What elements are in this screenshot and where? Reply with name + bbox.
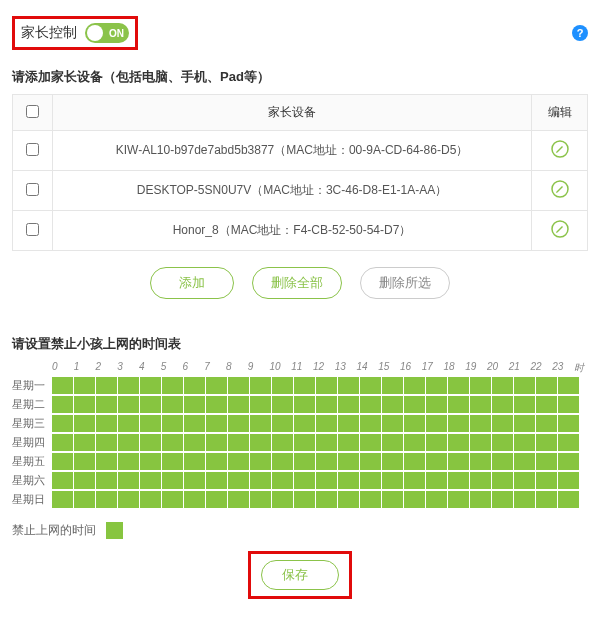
schedule-cell[interactable] (96, 472, 117, 489)
schedule-cell[interactable] (250, 453, 271, 470)
schedule-cell[interactable] (118, 491, 139, 508)
schedule-cell[interactable] (250, 377, 271, 394)
schedule-cell[interactable] (118, 415, 139, 432)
schedule-cell[interactable] (184, 472, 205, 489)
schedule-cell[interactable] (536, 377, 557, 394)
schedule-cell[interactable] (426, 434, 447, 451)
schedule-cell[interactable] (162, 396, 183, 413)
delete-selected-button[interactable]: 删除所选 (360, 267, 450, 299)
schedule-cell[interactable] (470, 434, 491, 451)
schedule-cell[interactable] (294, 472, 315, 489)
schedule-cell[interactable] (228, 472, 249, 489)
schedule-cell[interactable] (228, 434, 249, 451)
schedule-cell[interactable] (536, 491, 557, 508)
schedule-cell[interactable] (558, 396, 579, 413)
schedule-cell[interactable] (492, 472, 513, 489)
edit-icon[interactable] (551, 140, 569, 158)
schedule-cell[interactable] (74, 434, 95, 451)
schedule-cell[interactable] (382, 415, 403, 432)
schedule-cell[interactable] (470, 491, 491, 508)
schedule-cell[interactable] (272, 396, 293, 413)
schedule-cell[interactable] (404, 434, 425, 451)
schedule-cell[interactable] (74, 472, 95, 489)
schedule-cell[interactable] (514, 434, 535, 451)
schedule-cell[interactable] (360, 491, 381, 508)
schedule-cell[interactable] (382, 472, 403, 489)
schedule-cell[interactable] (558, 491, 579, 508)
schedule-cell[interactable] (52, 396, 73, 413)
schedule-cell[interactable] (470, 453, 491, 470)
schedule-cell[interactable] (514, 415, 535, 432)
select-all-checkbox[interactable] (26, 105, 39, 118)
schedule-cell[interactable] (404, 415, 425, 432)
schedule-cell[interactable] (250, 396, 271, 413)
row-checkbox[interactable] (26, 223, 39, 236)
parental-control-toggle[interactable]: ON (85, 23, 129, 43)
schedule-cell[interactable] (52, 472, 73, 489)
schedule-cell[interactable] (294, 415, 315, 432)
schedule-cell[interactable] (470, 472, 491, 489)
schedule-cell[interactable] (470, 396, 491, 413)
schedule-cell[interactable] (52, 491, 73, 508)
schedule-cell[interactable] (404, 491, 425, 508)
schedule-cell[interactable] (272, 434, 293, 451)
schedule-cell[interactable] (162, 434, 183, 451)
schedule-cell[interactable] (74, 396, 95, 413)
schedule-cell[interactable] (228, 453, 249, 470)
schedule-cell[interactable] (184, 377, 205, 394)
schedule-cell[interactable] (184, 491, 205, 508)
schedule-cell[interactable] (426, 472, 447, 489)
schedule-cell[interactable] (360, 453, 381, 470)
schedule-cell[interactable] (206, 396, 227, 413)
schedule-cell[interactable] (294, 491, 315, 508)
schedule-cell[interactable] (514, 491, 535, 508)
schedule-cell[interactable] (426, 415, 447, 432)
schedule-cell[interactable] (228, 491, 249, 508)
add-button[interactable]: 添加 (150, 267, 234, 299)
schedule-cell[interactable] (470, 377, 491, 394)
schedule-cell[interactable] (162, 377, 183, 394)
schedule-cell[interactable] (206, 491, 227, 508)
schedule-cell[interactable] (536, 472, 557, 489)
schedule-cell[interactable] (228, 396, 249, 413)
schedule-cell[interactable] (184, 396, 205, 413)
schedule-cell[interactable] (294, 396, 315, 413)
schedule-cell[interactable] (228, 377, 249, 394)
schedule-cell[interactable] (426, 491, 447, 508)
schedule-cell[interactable] (492, 396, 513, 413)
schedule-cell[interactable] (316, 453, 337, 470)
schedule-cell[interactable] (52, 377, 73, 394)
schedule-cell[interactable] (250, 472, 271, 489)
schedule-cell[interactable] (514, 453, 535, 470)
row-checkbox[interactable] (26, 143, 39, 156)
schedule-cell[interactable] (140, 396, 161, 413)
schedule-cell[interactable] (184, 453, 205, 470)
schedule-cell[interactable] (404, 377, 425, 394)
schedule-cell[interactable] (448, 434, 469, 451)
schedule-cell[interactable] (382, 377, 403, 394)
schedule-cell[interactable] (74, 491, 95, 508)
schedule-cell[interactable] (382, 453, 403, 470)
schedule-cell[interactable] (96, 491, 117, 508)
schedule-cell[interactable] (118, 472, 139, 489)
help-icon[interactable]: ? (572, 25, 588, 41)
schedule-cell[interactable] (426, 396, 447, 413)
schedule-cell[interactable] (52, 453, 73, 470)
schedule-cell[interactable] (228, 415, 249, 432)
schedule-cell[interactable] (558, 415, 579, 432)
schedule-cell[interactable] (448, 377, 469, 394)
schedule-cell[interactable] (558, 434, 579, 451)
schedule-cell[interactable] (272, 453, 293, 470)
schedule-cell[interactable] (206, 415, 227, 432)
schedule-cell[interactable] (492, 453, 513, 470)
schedule-cell[interactable] (206, 434, 227, 451)
schedule-cell[interactable] (404, 396, 425, 413)
schedule-cell[interactable] (294, 434, 315, 451)
schedule-cell[interactable] (52, 415, 73, 432)
schedule-cell[interactable] (338, 396, 359, 413)
schedule-cell[interactable] (382, 434, 403, 451)
schedule-cell[interactable] (492, 434, 513, 451)
schedule-cell[interactable] (360, 396, 381, 413)
schedule-cell[interactable] (514, 472, 535, 489)
schedule-cell[interactable] (316, 472, 337, 489)
